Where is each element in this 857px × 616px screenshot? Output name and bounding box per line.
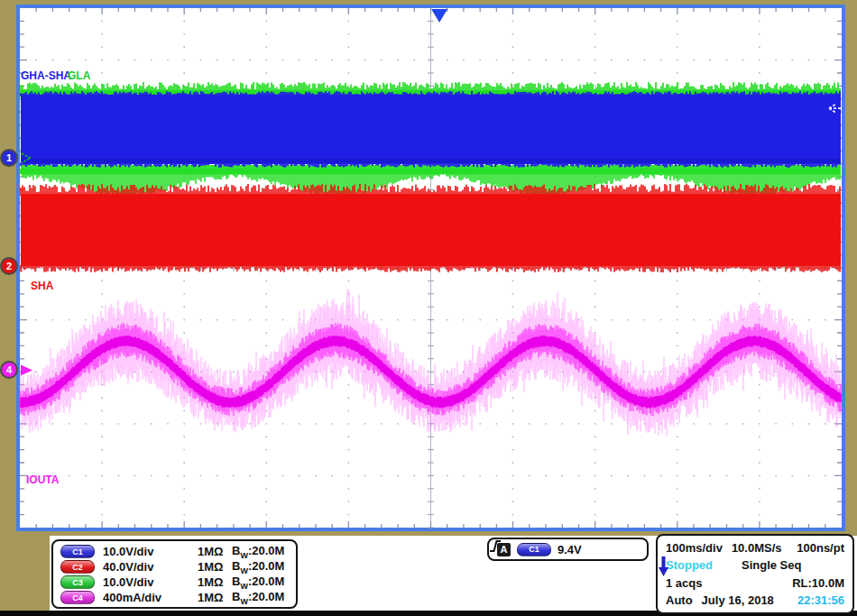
trigger-readout-panel: A C1 9.4V [487, 538, 649, 561]
trigger-source-badge: C1 [517, 543, 551, 556]
channel-row-c3: C310.0V/div1MΩBW:20.0M [60, 575, 289, 590]
channel-scale: 400mA/div [103, 591, 198, 604]
channel-badge-c3[interactable]: C3 [60, 575, 95, 589]
record-length: RL:10.0M [792, 576, 844, 590]
trigger-level-value: 9.4V [558, 543, 582, 556]
rising-edge-icon [489, 539, 502, 553]
channel-bandwidth: BW:20.0M [232, 590, 284, 606]
channel-row-c2: C240.0V/div1MΩBW:20.0M [60, 559, 289, 575]
trigger-mode: Auto [666, 593, 693, 607]
waveform-display [0, 0, 857, 534]
datetime-row: Auto July 16, 2018 22:31:56 [666, 592, 844, 609]
oscilloscope-screen: GHA-SHA GLA SHA IOUTA 124 C110.0V/div1MΩ… [0, 0, 857, 616]
channel-bandwidth: BW:20.0M [232, 575, 284, 591]
trace-label-c2: SHA [31, 280, 53, 292]
state-row: Stopped Single Seq [666, 556, 844, 574]
channel-badge-c4[interactable]: C4 [60, 591, 95, 604]
trace-label-c3: GLA [68, 69, 90, 82]
channel-impedance: 1MΩ [198, 560, 232, 574]
sample-rate-value: 10.0MS/s [732, 541, 782, 555]
channel-badge-c2[interactable]: C2 [60, 560, 95, 574]
channel-badge-c1[interactable]: C1 [60, 545, 95, 558]
channel-impedance: 1MΩ [198, 591, 232, 604]
channel-scale: 10.0V/div [103, 545, 198, 558]
down-arrow-icon [658, 556, 669, 577]
channel-bandwidth: BW:20.0M [232, 544, 284, 560]
trace-label-c4: IOUTA [26, 473, 59, 486]
acq-state: Stopped [666, 558, 742, 572]
acq-mode: Single Seq [742, 558, 801, 572]
trace-label-c1: GHA-SHA [21, 69, 71, 82]
channel-bandwidth: BW:20.0M [232, 559, 284, 575]
timebase-row: 100ms/div 10.0MS/s 100ns/pt [666, 539, 844, 556]
time-value: 22:31:56 [797, 593, 844, 607]
channel-scale: 40.0V/div [103, 560, 198, 574]
channel-impedance: 1MΩ [198, 575, 232, 589]
channel-row-c1: C110.0V/div1MΩBW:20.0M [60, 544, 289, 559]
acqs-row: 1 acqs RL:10.0M [666, 575, 844, 592]
channel-scale: 10.0V/div [103, 575, 198, 589]
channel-readout-panel: C110.0V/div1MΩBW:20.0MC240.0V/div1MΩBW:2… [51, 539, 298, 609]
resolution-value: 100ns/pt [797, 541, 844, 555]
date-value: July 16, 2018 [702, 593, 774, 607]
acq-count: 1 acqs [666, 576, 702, 590]
timebase-value: 100ms/div [666, 541, 723, 555]
channel-impedance: 1MΩ [198, 545, 232, 558]
channel-position-marker-2[interactable]: 2 [0, 257, 18, 275]
channel-row-c4: C4400mA/div1MΩBW:20.0M [60, 590, 289, 605]
acquisition-panel: 100ms/div 10.0MS/s 100ns/pt Stopped Sing… [656, 534, 854, 614]
